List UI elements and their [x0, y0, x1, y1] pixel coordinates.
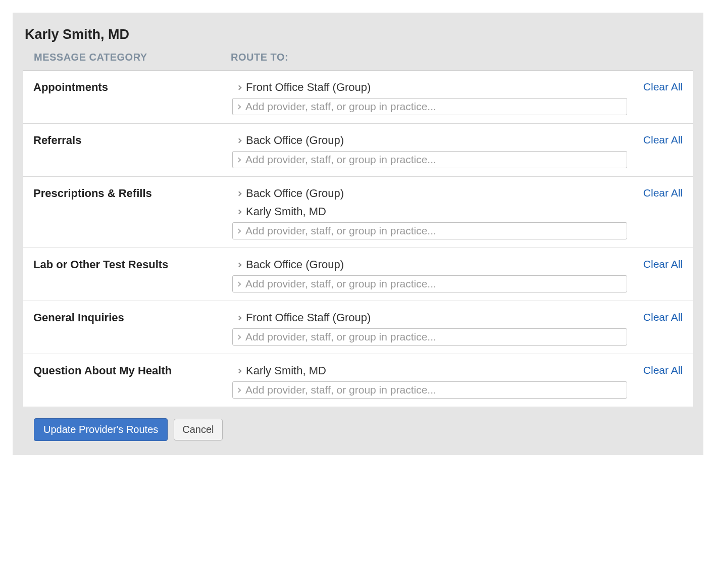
add-route-input[interactable]	[245, 101, 623, 113]
chevron-right-icon	[237, 191, 242, 196]
clear-all-link[interactable]: Clear All	[643, 187, 683, 199]
route-label: Back Office (Group)	[246, 134, 344, 147]
add-route-input[interactable]	[245, 154, 623, 166]
chevron-right-icon	[236, 228, 241, 233]
route-row-health-question: Question About My Health Karly Smith, MD…	[23, 354, 693, 407]
add-route-input-wrap[interactable]	[232, 98, 627, 115]
chevron-right-icon	[237, 262, 242, 267]
category-label: Appointments	[33, 79, 232, 94]
category-label: Lab or Other Test Results	[33, 256, 232, 271]
clear-cell: Clear All	[627, 309, 683, 323]
add-route-input[interactable]	[245, 331, 623, 343]
chevron-right-icon	[236, 334, 241, 339]
route-label: Front Office Staff (Group)	[246, 81, 371, 94]
add-route-input[interactable]	[245, 278, 623, 290]
chevron-right-icon	[236, 104, 241, 109]
clear-cell: Clear All	[627, 132, 683, 146]
routes-list: Back Office (Group) Karly Smith, MD	[232, 185, 627, 239]
route-label: Back Office (Group)	[246, 187, 344, 200]
add-route-input-wrap[interactable]	[232, 151, 627, 168]
routing-panel: Karly Smith, MD MESSAGE CATEGORY ROUTE T…	[13, 13, 703, 455]
routes-table: Appointments Front Office Staff (Group) …	[23, 70, 693, 407]
routes-cell: Back Office (Group) Karly Smith, MD Clea…	[232, 185, 683, 239]
chevron-right-icon	[237, 315, 242, 320]
routes-list: Front Office Staff (Group)	[232, 79, 627, 115]
route-entry[interactable]: Back Office (Group)	[232, 185, 627, 203]
route-entry[interactable]: Front Office Staff (Group)	[232, 79, 627, 97]
route-row-referrals: Referrals Back Office (Group) Clear All	[23, 124, 693, 177]
clear-all-link[interactable]: Clear All	[643, 134, 683, 145]
clear-cell: Clear All	[627, 362, 683, 376]
chevron-right-icon	[236, 387, 241, 393]
route-label: Front Office Staff (Group)	[246, 311, 371, 324]
clear-all-link[interactable]: Clear All	[643, 81, 683, 92]
routes-list: Front Office Staff (Group)	[232, 309, 627, 346]
add-route-input-wrap[interactable]	[232, 328, 627, 346]
route-entry[interactable]: Back Office (Group)	[232, 132, 627, 150]
category-label: General Inquiries	[33, 309, 232, 324]
header-message-category: MESSAGE CATEGORY	[34, 52, 231, 63]
add-route-input-wrap[interactable]	[232, 381, 627, 399]
route-entry[interactable]: Karly Smith, MD	[232, 203, 627, 221]
clear-cell: Clear All	[627, 256, 683, 270]
header-route-to: ROUTE TO:	[231, 52, 288, 63]
clear-all-link[interactable]: Clear All	[643, 311, 683, 323]
routes-cell: Back Office (Group) Clear All	[232, 256, 683, 292]
chevron-right-icon	[236, 281, 241, 286]
add-route-input-wrap[interactable]	[232, 275, 627, 292]
route-entry[interactable]: Back Office (Group)	[232, 256, 627, 274]
update-routes-button[interactable]: Update Provider's Routes	[34, 418, 168, 441]
add-route-input[interactable]	[245, 225, 623, 237]
chevron-right-icon	[237, 368, 242, 373]
routes-list: Back Office (Group)	[232, 256, 627, 292]
clear-cell: Clear All	[627, 185, 683, 199]
category-label: Prescriptions & Refills	[33, 185, 232, 200]
add-route-input[interactable]	[245, 384, 623, 396]
chevron-right-icon	[237, 138, 242, 143]
routes-cell: Back Office (Group) Clear All	[232, 132, 683, 168]
chevron-right-icon	[236, 157, 241, 162]
action-bar: Update Provider's Routes Cancel	[23, 418, 693, 441]
cancel-button[interactable]: Cancel	[174, 419, 222, 440]
route-row-appointments: Appointments Front Office Staff (Group) …	[23, 71, 693, 124]
route-label: Karly Smith, MD	[246, 205, 326, 218]
route-entry[interactable]: Karly Smith, MD	[232, 362, 627, 380]
category-label: Question About My Health	[33, 362, 232, 377]
clear-all-link[interactable]: Clear All	[643, 258, 683, 270]
routes-cell: Karly Smith, MD Clear All	[232, 362, 683, 399]
route-label: Back Office (Group)	[246, 258, 344, 271]
clear-all-link[interactable]: Clear All	[643, 364, 683, 376]
route-entry[interactable]: Front Office Staff (Group)	[232, 309, 627, 327]
routes-cell: Front Office Staff (Group) Clear All	[232, 309, 683, 346]
routes-list: Back Office (Group)	[232, 132, 627, 168]
route-row-general-inquiries: General Inquiries Front Office Staff (Gr…	[23, 301, 693, 354]
routes-list: Karly Smith, MD	[232, 362, 627, 399]
route-row-prescriptions: Prescriptions & Refills Back Office (Gro…	[23, 177, 693, 248]
chevron-right-icon	[237, 209, 242, 214]
routes-cell: Front Office Staff (Group) Clear All	[232, 79, 683, 115]
column-headers: MESSAGE CATEGORY ROUTE TO:	[23, 52, 693, 70]
clear-cell: Clear All	[627, 79, 683, 93]
add-route-input-wrap[interactable]	[232, 222, 627, 239]
route-label: Karly Smith, MD	[246, 364, 326, 377]
route-row-lab-results: Lab or Other Test Results Back Office (G…	[23, 248, 693, 301]
provider-name: Karly Smith, MD	[25, 27, 693, 42]
chevron-right-icon	[237, 85, 242, 90]
category-label: Referrals	[33, 132, 232, 147]
